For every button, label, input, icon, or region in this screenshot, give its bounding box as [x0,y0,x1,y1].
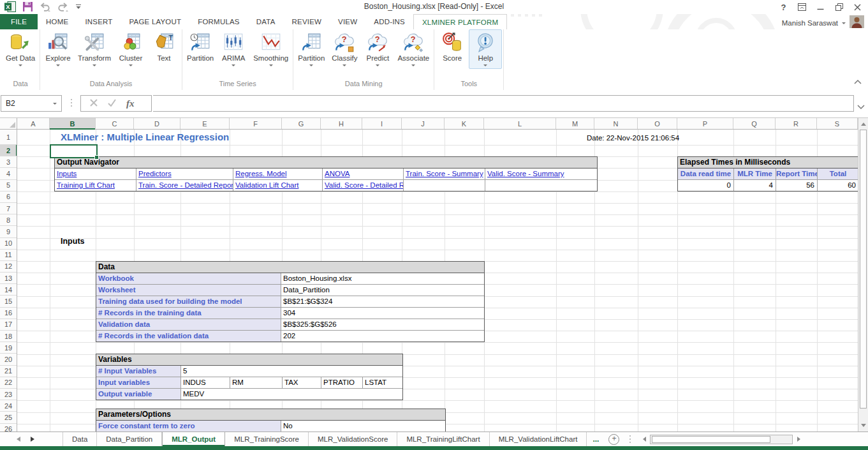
column-header-h[interactable]: H [321,118,362,129]
name-box[interactable]: B2 [1,95,62,112]
get-data-button[interactable]: Get Data [3,29,38,68]
cancel-entry-icon[interactable] [90,98,98,109]
sheet-tab-mlr-validationscore[interactable]: MLR_ValidationScore [309,432,397,446]
row-header-14[interactable]: 14 [0,284,17,296]
ribbon-tab-formulas[interactable]: FORMULAS [189,14,248,29]
inputs-link[interactable]: Inputs [57,170,77,177]
column-header-j[interactable]: J [402,118,445,129]
row-header-22[interactable]: 22 [0,377,17,389]
ribbon-tab-xlminer-platform[interactable]: XLMINER PLATFORM [413,14,507,29]
validation-lift-chart-link[interactable]: Validation Lift Chart [235,181,299,189]
excel-help-button[interactable]: ? [774,0,793,14]
row-header-23[interactable]: 23 [0,389,17,400]
row-header-11[interactable]: 11 [0,250,17,261]
row-header-13[interactable]: 13 [0,273,17,284]
column-header-b[interactable]: B [50,118,96,129]
column-header-l[interactable]: L [484,118,556,129]
row-header-21[interactable]: 21 [0,366,17,377]
partition-button[interactable]: Partition [295,29,328,68]
column-header-r[interactable]: R [776,118,817,129]
column-header-i[interactable]: I [362,118,402,129]
minimize-button[interactable] [811,0,830,14]
vertical-scrollbar-thumb[interactable] [860,130,867,409]
sheet-tab-mlr-trainingscore[interactable]: MLR_TrainingScore [225,432,309,446]
row-header-9[interactable]: 9 [0,226,17,237]
partition-button[interactable]: Partition [184,29,217,62]
help-button[interactable]: Help [469,29,502,69]
row-header-18[interactable]: 18 [0,331,17,342]
predictors-link[interactable]: Predictors [138,170,172,177]
arima-button[interactable]: ARIMA [217,29,250,68]
predict-button[interactable]: ?Predict [361,29,394,68]
close-button[interactable] [848,0,867,14]
next-sheet-button[interactable] [26,432,42,446]
previous-sheet-button[interactable] [9,432,26,446]
smoothing-button[interactable]: Smoothing [250,29,291,68]
selected-cell-b2[interactable] [50,144,98,158]
row-header-24[interactable]: 24 [0,400,17,412]
training-lift-chart-link[interactable]: Training Lift Chart [57,181,115,189]
redo-button[interactable] [57,3,68,11]
row-header-2[interactable]: 2 [0,145,17,156]
column-header-q[interactable]: Q [733,118,776,129]
ribbon-display-options-button[interactable] [793,0,811,14]
column-header-d[interactable]: D [134,118,180,129]
row-header-17[interactable]: 17 [0,319,17,331]
horizontal-scrollbar-thumb[interactable] [652,436,770,443]
row-header-16[interactable]: 16 [0,308,17,319]
sheet-tab-data[interactable]: Data [63,432,97,446]
column-header-f[interactable]: F [230,118,282,129]
select-all-corner[interactable] [0,118,17,130]
undo-button[interactable] [40,3,50,11]
ribbon-tab-review[interactable]: REVIEW [284,14,330,29]
sheet-tab-mlr-output[interactable]: MLR_Output [162,432,225,446]
column-header-m[interactable]: M [556,118,594,129]
user-avatar[interactable] [850,15,864,31]
regress-model-link[interactable]: Regress. Model [235,170,287,177]
classify-button[interactable]: ?Classify [328,29,361,68]
restore-button[interactable] [830,0,848,14]
ribbon-tab-add-ins[interactable]: ADD-INS [365,14,413,29]
scroll-right-icon[interactable] [794,434,804,444]
row-header-19[interactable]: 19 [0,342,17,354]
column-header-k[interactable]: K [445,118,484,129]
save-button[interactable] [23,2,33,11]
sheet-tab-mlr-validationliftchart[interactable]: MLR_ValidationLiftChart [490,432,587,446]
score-button[interactable]: Score [436,29,469,62]
account-area[interactable]: Manish Saraswat [782,15,864,31]
sheet-tab-data-partition[interactable]: Data_Partition [97,432,162,446]
column-header-s[interactable]: S [817,118,858,129]
ribbon-tab-page-layout[interactable]: PAGE LAYOUT [121,14,190,29]
row-header-4[interactable]: 4 [0,168,17,179]
more-sheets-button[interactable]: ... [587,432,605,446]
ribbon-tab-home[interactable]: HOME [38,14,77,29]
row-header-7[interactable]: 7 [0,203,17,214]
column-header-o[interactable]: O [638,118,677,129]
associate-button[interactable]: ?Associate [394,29,432,68]
confirm-entry-icon[interactable] [108,98,116,109]
row-header-1[interactable]: 1 [0,130,17,145]
ribbon-tab-file[interactable]: FILE [0,14,38,29]
text-button[interactable]: TText [147,29,180,62]
horizontal-scrollbar-track[interactable] [650,435,793,444]
column-header-c[interactable]: C [96,118,134,129]
vertical-scrollbar[interactable] [858,118,868,431]
valid-score-summary-link[interactable]: Valid. Score - Summary [487,170,564,177]
column-header-e[interactable]: E [180,118,230,129]
anova-link[interactable]: ANOVA [325,170,349,177]
name-box-dropdown-icon[interactable] [53,103,57,107]
collapse-ribbon-button[interactable] [854,75,862,87]
account-dropdown-icon[interactable] [842,22,846,26]
transform-button[interactable]: Transform [75,29,114,68]
qat-customize-button[interactable] [75,3,82,10]
train-score-detailed-report-link[interactable]: Train. Score - Detailed Report [138,181,233,189]
scroll-up-icon[interactable] [858,118,868,129]
scroll-left-icon[interactable] [638,434,649,444]
row-header-5[interactable]: 5 [0,180,17,191]
row-header-12[interactable]: 12 [0,261,17,273]
row-header-10[interactable]: 10 [0,238,17,250]
row-header-26[interactable]: 26 [0,424,17,432]
explore-button[interactable]: Explore [41,29,75,68]
column-header-p[interactable]: P [677,118,733,129]
formula-input[interactable] [153,95,854,112]
